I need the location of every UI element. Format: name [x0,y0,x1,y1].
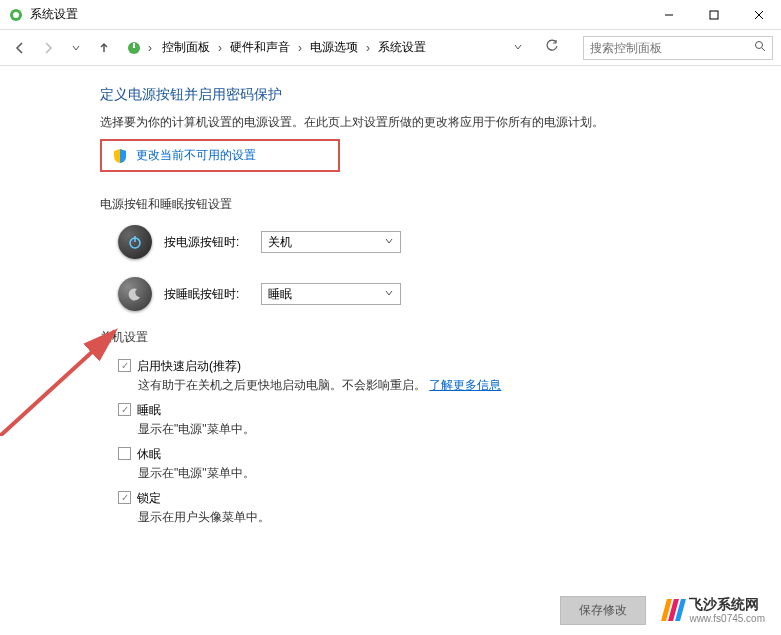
titlebar-left: 系统设置 [8,6,78,23]
power-options-icon [126,40,142,56]
navbar: › 控制面板 › 硬件和声音 › 电源选项 › 系统设置 [0,30,781,66]
change-settings-link[interactable]: 更改当前不可用的设置 [136,147,256,164]
chevron-down-icon [384,235,394,249]
addressbar[interactable]: › 控制面板 › 硬件和声音 › 电源选项 › 系统设置 [120,36,573,60]
window-title: 系统设置 [30,6,78,23]
save-button[interactable]: 保存修改 [560,596,646,625]
watermark-text: 飞沙系统网 www.fs0745.com [689,597,765,623]
search-icon[interactable] [754,40,766,55]
power-button-row: 按电源按钮时: 关机 [118,225,781,259]
power-button-label: 按电源按钮时: [164,234,249,251]
hibernate-row: 休眠 [118,446,781,463]
address-dropdown-icon[interactable] [507,41,529,55]
svg-rect-7 [133,43,135,48]
sleep-button-row: 按睡眠按钮时: 睡眠 [118,277,781,311]
minimize-button[interactable] [646,0,691,30]
watermark-title: 飞沙系统网 [689,597,765,612]
learn-more-link[interactable]: 了解更多信息 [429,378,501,392]
shield-icon [112,148,128,164]
watermark-url: www.fs0745.com [689,613,765,624]
forward-button[interactable] [36,36,60,60]
sleep-row: 睡眠 [118,402,781,419]
chevron-right-icon: › [296,41,304,55]
hibernate-desc: 显示在"电源"菜单中。 [138,465,781,482]
lock-checkbox[interactable] [118,491,131,504]
fast-startup-desc: 这有助于在关机之后更快地启动电脑。不会影响重启。 了解更多信息 [138,377,781,394]
lock-label: 锁定 [137,490,161,507]
close-button[interactable] [736,0,781,30]
change-settings-highlight: 更改当前不可用的设置 [100,139,340,172]
titlebar: 系统设置 [0,0,781,30]
history-dropdown[interactable] [64,36,88,60]
footer: 保存修改 飞沙系统网 www.fs0745.com [560,596,765,625]
dropdown-value: 关机 [268,234,292,251]
svg-point-8 [756,42,763,49]
breadcrumb-item[interactable]: 电源选项 [306,36,362,59]
fast-startup-label: 启用快速启动(推荐) [137,358,241,375]
shutdown-section-header: 关机设置 [100,329,781,346]
content-area: 定义电源按钮并启用密码保护 选择要为你的计算机设置的电源设置。在此页上对设置所做… [0,66,781,526]
window-controls [646,0,781,30]
breadcrumb-item[interactable]: 系统设置 [374,36,430,59]
chevron-right-icon: › [146,41,154,55]
shutdown-section: 关机设置 启用快速启动(推荐) 这有助于在关机之后更快地启动电脑。不会影响重启。… [100,329,781,526]
fast-startup-checkbox[interactable] [118,359,131,372]
svg-point-1 [13,12,19,18]
page-title: 定义电源按钮并启用密码保护 [100,86,781,104]
svg-rect-3 [710,11,718,19]
chevron-right-icon: › [216,41,224,55]
search-input[interactable] [590,41,754,55]
svg-line-12 [0,331,115,436]
page-subtitle: 选择要为你的计算机设置的电源设置。在此页上对设置所做的更改将应用于你所有的电源计… [100,114,781,131]
hibernate-label: 休眠 [137,446,161,463]
fast-startup-row: 启用快速启动(推荐) [118,358,781,375]
breadcrumb-item[interactable]: 硬件和声音 [226,36,294,59]
sleep-button-label: 按睡眠按钮时: [164,286,249,303]
power-button-dropdown[interactable]: 关机 [261,231,401,253]
watermark: 飞沙系统网 www.fs0745.com [664,597,765,623]
back-button[interactable] [8,36,32,60]
up-button[interactable] [92,36,116,60]
hibernate-checkbox[interactable] [118,447,131,460]
breadcrumb-item[interactable]: 控制面板 [158,36,214,59]
sleep-button-dropdown[interactable]: 睡眠 [261,283,401,305]
chevron-right-icon: › [364,41,372,55]
power-icon [118,225,152,259]
svg-line-9 [762,48,765,51]
sleep-desc: 显示在"电源"菜单中。 [138,421,781,438]
maximize-button[interactable] [691,0,736,30]
sleep-checkbox[interactable] [118,403,131,416]
refresh-button[interactable] [537,39,567,56]
breadcrumb: 控制面板 › 硬件和声音 › 电源选项 › 系统设置 [158,36,430,59]
sleep-label: 睡眠 [137,402,161,419]
dropdown-value: 睡眠 [268,286,292,303]
lock-desc: 显示在用户头像菜单中。 [138,509,781,526]
chevron-down-icon [384,287,394,301]
watermark-logo [664,599,683,621]
buttons-section-header: 电源按钮和睡眠按钮设置 [100,196,781,213]
search-box[interactable] [583,36,773,60]
lock-row: 锁定 [118,490,781,507]
app-icon [8,7,24,23]
sleep-icon [118,277,152,311]
